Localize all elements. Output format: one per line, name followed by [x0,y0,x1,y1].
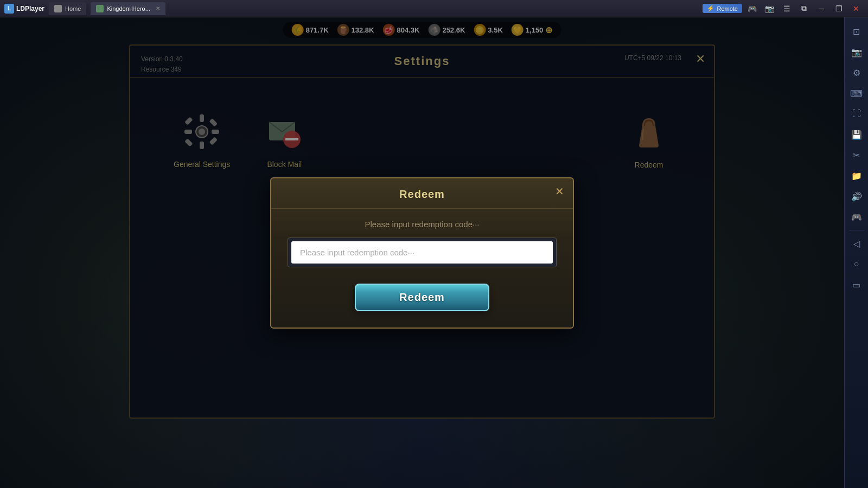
sidebar-volume-btn[interactable]: 🔊 [847,187,866,206]
game-tab-icon [96,5,104,12]
ldplayer-frame: L LDPlayer Home Kingdom Hero... ✕ ⚡ Remo… [0,0,868,488]
ldplayer-logo: L LDPlayer [4,4,44,14]
game-content: 🌾 871.7K 🪵 132.8K 🥩 804.3K 🪨 252.6K 🪙 [0,17,844,488]
game-tab-label: Kingdom Hero... [107,5,150,12]
title-bar: L LDPlayer Home Kingdom Hero... ✕ ⚡ Remo… [0,0,868,17]
sidebar-back-btn[interactable]: ◁ [847,234,866,253]
titlebar-camera-btn[interactable]: 📷 [762,3,777,15]
modal-close-btn[interactable]: ✕ [555,186,564,197]
redeem-modal: Redeem ✕ Please input redemption code···… [270,177,574,329]
titlebar-gamepad-btn[interactable]: 🎮 [744,3,760,15]
modal-footer: Redeem [271,278,573,311]
sidebar-home-circle-btn[interactable]: ○ [847,254,866,274]
modal-input-area [288,237,557,267]
sidebar-save-btn[interactable]: 💾 [847,125,866,144]
sidebar-keyboard-btn[interactable]: ⌨ [847,84,866,103]
modal-hint: Please input redemption code··· [288,220,557,229]
sidebar-menu-square-btn[interactable]: ▭ [847,275,866,294]
titlebar-restore-btn[interactable]: ❐ [831,3,846,15]
main-area: 🌾 871.7K 🪵 132.8K 🥩 804.3K 🪨 252.6K 🪙 [0,17,868,488]
ldplayer-icon: L [4,4,14,14]
title-bar-right: ⚡ Remote 🎮 📷 ☰ ⧉ ─ ❐ ✕ [703,3,864,15]
sidebar-expand-btn[interactable]: ⛶ [847,104,866,124]
game-tab-close[interactable]: ✕ [156,5,160,11]
sidebar-gamepad-btn[interactable]: 🎮 [847,207,866,227]
home-tab-icon [54,5,62,12]
sidebar-screenshot-btn[interactable]: ⊡ [847,22,866,41]
titlebar-window-btn[interactable]: ⧉ [796,3,812,15]
lightning-icon: ⚡ [707,5,714,12]
ldplayer-name: LDPlayer [16,5,44,12]
home-tab[interactable]: Home [49,2,86,15]
sidebar-cut-btn[interactable]: ✂ [847,145,866,165]
modal-title: Redeem [271,178,573,209]
sidebar-camera-btn[interactable]: 📷 [847,42,866,62]
modal-overlay: Redeem ✕ Please input redemption code···… [0,17,844,488]
titlebar-minimize-btn[interactable]: ─ [814,3,829,15]
remote-badge[interactable]: ⚡ Remote [703,4,742,13]
home-tab-label: Home [65,5,81,12]
modal-body: Please input redemption code··· [271,209,573,278]
titlebar-close-btn[interactable]: ✕ [848,3,864,15]
sidebar-settings-btn[interactable]: ⚙ [847,63,866,82]
right-sidebar: ⊡ 📷 ⚙ ⌨ ⛶ 💾 ✂ 📁 🔊 🎮 ◁ ○ ▭ [844,17,868,488]
game-tab[interactable]: Kingdom Hero... ✕ [91,2,165,15]
remote-label: Remote [717,5,738,12]
sidebar-divider [849,230,864,230]
redeem-submit-button[interactable]: Redeem [355,284,489,311]
sidebar-folder-btn[interactable]: 📁 [847,166,866,185]
titlebar-menu-btn[interactable]: ☰ [779,3,794,15]
redemption-code-input[interactable] [291,241,553,264]
